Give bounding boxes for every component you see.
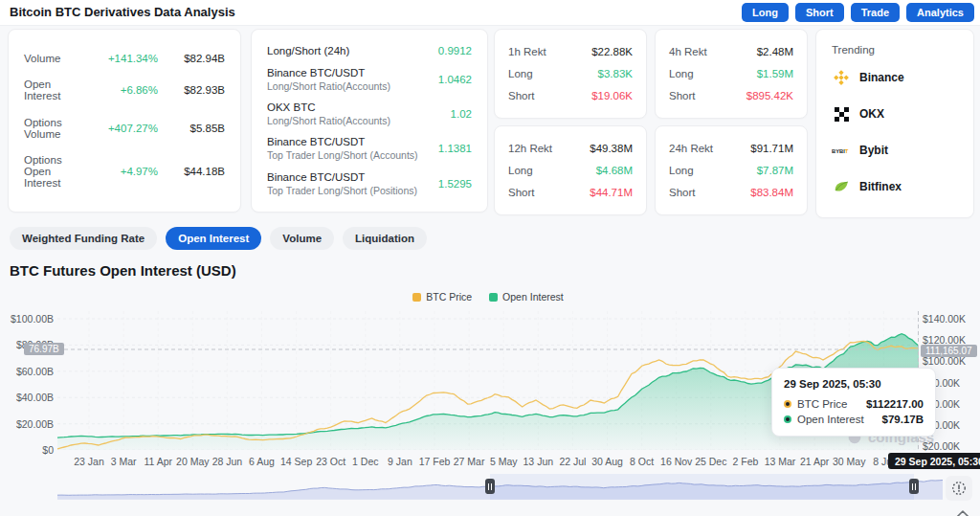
ratio-row-long-short-24h: Long/Short (24h)0.9912 xyxy=(267,45,472,56)
x-tick-label: 14 Sep xyxy=(280,456,312,467)
rekt-row: Short$44.71M xyxy=(508,187,633,198)
bybit-icon: BYBIT xyxy=(832,146,851,156)
stat-label: Options Volume xyxy=(24,117,85,140)
x-tick-label: 9 Jan xyxy=(388,456,412,467)
x-tick-label: 30 Aug xyxy=(591,456,623,467)
okx-icon xyxy=(832,107,851,122)
ratio-title: Binance BTC/USDT xyxy=(267,171,417,183)
header-button-short[interactable]: Short xyxy=(795,3,844,22)
x-tick-label: 8 Oct xyxy=(630,456,654,467)
legend-item-btc-price[interactable]: BTC Price xyxy=(412,291,472,303)
rekt-row: Long$7.87M xyxy=(669,165,793,176)
tooltip-row-open-interest: Open Interest$79.17B xyxy=(784,414,924,425)
rekt-value: $7.87M xyxy=(757,165,793,176)
header-actions: LongShortTradeAnalytics xyxy=(742,3,974,22)
ratio-subtitle: Top Trader Long/Short (Accounts) xyxy=(267,149,418,161)
navigator-selected-range[interactable] xyxy=(490,474,914,500)
ratio-labels: Binance BTC/USDTTop Trader Long/Short (A… xyxy=(267,136,418,161)
stat-change: +141.34% xyxy=(85,53,158,64)
y-left-label: $60.00B xyxy=(0,366,54,377)
legend-label: BTC Price xyxy=(426,291,472,303)
rekt-row: Long$1.59M xyxy=(669,68,793,79)
trending-item-okx[interactable]: OKX xyxy=(832,96,958,132)
rekt-label: Long xyxy=(508,165,533,176)
rekt-value: $19.06K xyxy=(591,90,633,101)
rekt-row: Short$895.42K xyxy=(669,90,793,101)
rekt-value: $4.68M xyxy=(596,165,633,176)
tab-liquidation[interactable]: Liquidation xyxy=(343,227,427,250)
rekt-value: $44.71M xyxy=(590,187,633,198)
alert-icon xyxy=(951,481,967,496)
x-tick-label: 30 May xyxy=(833,456,865,467)
legend-item-open-interest[interactable]: Open Interest xyxy=(489,291,564,303)
rekt-value: $22.88K xyxy=(591,46,633,57)
x-tick-label: 1 Dec xyxy=(352,456,378,467)
x-tick-label: 2 Feb xyxy=(732,456,758,467)
tooltip-series-dot xyxy=(784,400,791,408)
binance-icon xyxy=(832,69,851,86)
rekt-row: 4h Rekt$2.48M xyxy=(669,46,793,57)
stat-change: +6.86% xyxy=(85,84,158,96)
header-button-long[interactable]: Long xyxy=(742,3,789,22)
rekt-row: 12h Rekt$49.38M xyxy=(508,143,633,154)
chart-legend: BTC PriceOpen Interest xyxy=(57,291,919,303)
ratio-subtitle: Top Trader Long/Short (Positions) xyxy=(267,185,417,196)
crosshair-date-badge: 29 Sep 2025, 05:30 xyxy=(888,453,980,469)
y-axis-left-value-badge: 76.97B xyxy=(24,343,64,355)
rekt-label: 4h Rekt xyxy=(669,46,707,57)
stat-change: +4.97% xyxy=(85,166,158,177)
rekt-row: 24h Rekt$91.71M xyxy=(669,143,793,154)
section-title: BTC Futures Open Interest (USD) xyxy=(10,262,236,279)
rekt-label: 24h Rekt xyxy=(669,143,713,154)
x-tick-label: 17 Feb xyxy=(419,456,451,467)
rekt-row: Long$4.68M xyxy=(508,165,633,176)
stat-row-options-open-interest: Options Open Interest+4.97%$44.18B xyxy=(24,154,225,189)
navigator-left-handle[interactable] xyxy=(485,479,495,494)
trending-item-bitfinex[interactable]: Bitfinex xyxy=(832,168,958,205)
trending-name: Bitfinex xyxy=(859,180,902,193)
rekt-row: Short$83.84M xyxy=(669,187,793,198)
stat-label: Open Interest xyxy=(24,79,85,101)
x-tick-label: 11 Apr xyxy=(144,456,172,467)
trending-card: Trending BinanceOKXBYBITBybitBitfinex xyxy=(815,29,974,218)
header-button-analytics[interactable]: Analytics xyxy=(906,3,974,22)
ratio-value: 0.9912 xyxy=(438,45,472,56)
tab-volume[interactable]: Volume xyxy=(270,227,334,250)
x-tick-label: 28 Jun xyxy=(212,456,243,467)
tooltip-series-value: $79.17B xyxy=(882,414,924,425)
ratio-labels: Long/Short (24h) xyxy=(267,45,349,56)
y-right-label: $140.00K xyxy=(923,313,966,325)
trending-item-bybit[interactable]: BYBITBybit xyxy=(832,132,958,168)
scroll-up-button[interactable] xyxy=(949,506,969,516)
x-tick-label: 3 Mar xyxy=(111,456,137,467)
y-left-label: $100.00B xyxy=(0,313,54,325)
navigator-right-handle[interactable] xyxy=(909,479,919,494)
header-button-trade[interactable]: Trade xyxy=(851,3,900,22)
x-tick-label: 23 Oct xyxy=(316,456,345,467)
x-tick-label: 6 Aug xyxy=(249,456,275,467)
chart-tooltip: 29 Sep 2025, 05:30 BTC Price$112217.00Op… xyxy=(771,368,936,437)
rekt-label: Short xyxy=(508,187,535,198)
tooltip-series-label: BTC Price xyxy=(797,398,847,410)
y-right-label: $100.00K xyxy=(923,355,966,367)
ratio-row-okx-btc: OKX BTCLong/Short Ratio(Accounts)1.02 xyxy=(267,101,472,126)
trending-name: OKX xyxy=(859,107,884,121)
alert-settings-button[interactable] xyxy=(946,476,972,501)
stat-value: $44.18B xyxy=(158,166,225,177)
rekt-label: Short xyxy=(508,90,535,101)
rekt-value: $49.38M xyxy=(590,143,633,154)
trending-item-binance[interactable]: Binance xyxy=(832,59,958,96)
tab-open-interest[interactable]: Open Interest xyxy=(166,227,261,250)
tab-weighted-funding-rate[interactable]: Weighted Funding Rate xyxy=(10,227,157,250)
ratio-labels: Binance BTC/USDTLong/Short Ratio(Account… xyxy=(267,67,390,92)
rekt-card-1h-rekt: 1h Rekt$22.88KLong$3.83KShort$19.06K xyxy=(494,29,647,119)
tooltip-series-value: $112217.00 xyxy=(866,398,924,410)
rekt-label: Short xyxy=(669,187,696,198)
long-short-ratio-card: Long/Short (24h)0.9912Binance BTC/USDTLo… xyxy=(251,29,488,213)
x-tick-label: 13 Jun xyxy=(523,456,554,467)
x-tick-label: 20 May xyxy=(176,456,209,467)
y-left-label: $20.00B xyxy=(0,418,54,430)
rekt-row: Short$19.06K xyxy=(508,90,633,101)
market-stats-card: Volume+141.34%$82.94BOpen Interest+6.86%… xyxy=(8,29,241,213)
stat-value: $82.94B xyxy=(158,53,225,64)
